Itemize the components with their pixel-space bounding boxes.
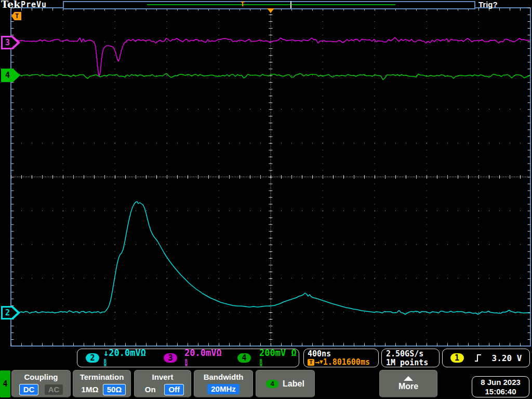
termination-50ohm-option[interactable]: 50Ω — [103, 384, 126, 395]
timebase-readout: 400ns — [308, 350, 378, 358]
termination-title: Termination — [73, 373, 130, 381]
label-text: Label — [283, 379, 304, 389]
channel3-badge[interactable]: 3 — [164, 353, 177, 363]
trigger-offscreen-label: T — [15, 12, 19, 20]
channel2-badge[interactable]: 2 — [86, 353, 99, 363]
termination-button[interactable]: Termination 1MΩ 50Ω — [73, 370, 131, 397]
graticule — [11, 8, 530, 346]
invert-button[interactable]: Invert On Off — [134, 370, 191, 397]
acquisition-mode-label: PreVu — [21, 0, 47, 9]
record-trigger-position-icon[interactable]: T — [241, 1, 245, 8]
trigger-source-badge[interactable]: 1 — [450, 353, 464, 363]
channel3-marker-shape — [1, 36, 20, 49]
more-up-arrow-icon — [404, 376, 413, 381]
trigger-slope-icon — [474, 354, 482, 362]
coupling-title: Coupling — [12, 373, 70, 381]
coupling-dc-option[interactable]: DC — [19, 384, 39, 395]
acquisition-readout-box: 2.50GS/s 1M points — [381, 349, 440, 367]
invert-on-option[interactable]: On — [141, 384, 159, 395]
datetime-box: 8 Jun 2023 15:06:40 — [472, 376, 529, 397]
date-label: 8 Jun 2023 — [481, 378, 521, 387]
channel3-scale-readout: 20.0mVΩBW — [184, 348, 224, 368]
display-area — [0, 0, 532, 399]
expansion-point-marker[interactable] — [267, 8, 274, 13]
bandwidth-title: Bandwidth — [194, 373, 252, 381]
tek-logo: Tek — [1, 0, 20, 10]
time-label: 15:06:40 — [485, 387, 516, 396]
invert-off-option[interactable]: Off — [164, 384, 184, 395]
oscilloscope-screen: Tek PreVu Trig? T T 3 4 2 2 ↓20.0mVΩBW 3… — [0, 0, 532, 399]
channel2-marker-shape — [1, 306, 20, 320]
termination-1mohm-option[interactable]: 1MΩ — [78, 384, 102, 395]
channel4-marker-label: 4 — [5, 71, 10, 80]
channel2-marker-label: 2 — [5, 308, 10, 317]
coupling-ac-option[interactable]: AC — [45, 384, 63, 395]
trigger-delay-readout: T → ▼ 1.801600ms — [308, 358, 378, 366]
trigger-level-readout: 3.20 V — [492, 353, 522, 363]
bandwidth-button[interactable]: Bandwidth 20MHz — [194, 370, 253, 397]
more-button[interactable]: More — [379, 370, 437, 397]
channel2-scale-readout: ↓20.0mVΩBW — [103, 348, 148, 368]
sample-rate-readout: 2.50GS/s — [386, 350, 439, 358]
more-text: More — [398, 382, 418, 391]
channel2-position-marker[interactable]: 2 — [1, 306, 20, 320]
label-channel-badge: 4 — [266, 380, 278, 388]
trigger-t-icon: T — [308, 359, 314, 366]
channel4-marker-shape — [1, 69, 20, 82]
label-button[interactable]: 4 Label — [256, 370, 315, 397]
coupling-button[interactable]: Coupling DC AC — [11, 370, 71, 397]
trigger-readout-box: 1 3.20 V — [442, 349, 530, 367]
channel4-badge[interactable]: 4 — [237, 353, 251, 363]
invert-title: Invert — [135, 373, 191, 381]
bandwidth-value[interactable]: 20MHz — [207, 384, 240, 394]
channel4-menu-tab[interactable]: 4 — [0, 370, 10, 397]
record-window-line — [147, 4, 395, 5]
record-length-readout: 1M points — [386, 359, 439, 367]
channel4-position-marker[interactable]: 4 — [1, 69, 20, 82]
channel3-position-marker[interactable]: 3 — [1, 36, 20, 49]
channel3-marker-label: 3 — [5, 38, 10, 47]
channel-readouts-box: 2 ↓20.0mVΩBW 3 20.0mVΩBW 4 200mV ΩBW — [77, 349, 299, 367]
record-view-cursor[interactable] — [290, 1, 291, 8]
trigger-status-label: Trig? — [478, 0, 498, 9]
horizontal-readout-box: 400ns T → ▼ 1.801600ms — [303, 349, 379, 367]
channel4-scale-readout: 200mV ΩBW — [259, 348, 299, 368]
